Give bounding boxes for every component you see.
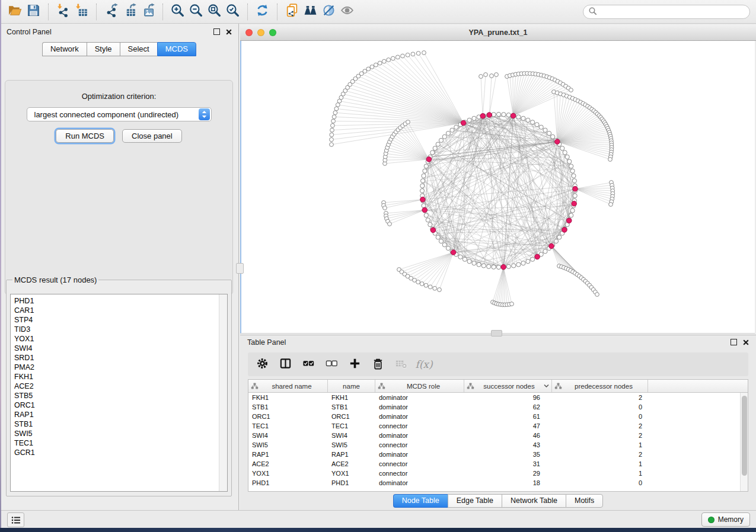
network-node[interactable] bbox=[446, 131, 450, 135]
network-node[interactable] bbox=[543, 128, 547, 132]
zoom-out-button[interactable] bbox=[187, 2, 205, 21]
mcds-node[interactable] bbox=[572, 201, 577, 206]
network-node[interactable] bbox=[334, 107, 339, 111]
network-node[interactable] bbox=[569, 88, 573, 92]
network-node[interactable] bbox=[572, 179, 576, 183]
mcds-node[interactable] bbox=[487, 113, 492, 118]
mcds-node[interactable] bbox=[451, 250, 456, 255]
table-row[interactable]: TEC1TEC1connector472 bbox=[248, 421, 748, 431]
network-node[interactable] bbox=[388, 222, 392, 226]
network-node[interactable] bbox=[454, 125, 458, 129]
network-canvas[interactable] bbox=[240, 41, 755, 334]
network-node[interactable] bbox=[383, 206, 387, 210]
network-node[interactable] bbox=[570, 209, 575, 213]
network-node[interactable] bbox=[436, 142, 440, 146]
network-node[interactable] bbox=[430, 150, 435, 155]
network-node[interactable] bbox=[560, 146, 564, 150]
network-node[interactable] bbox=[424, 283, 428, 287]
network-node[interactable] bbox=[521, 261, 525, 265]
zoom-selected-button[interactable] bbox=[224, 2, 242, 21]
network-node[interactable] bbox=[510, 302, 514, 306]
network-node[interactable] bbox=[433, 286, 437, 290]
network-node[interactable] bbox=[395, 55, 400, 59]
zoom-fit-button[interactable] bbox=[205, 2, 224, 21]
mcds-node[interactable] bbox=[549, 243, 554, 249]
network-node[interactable] bbox=[496, 265, 500, 269]
table-row[interactable]: SWI4SWI4dominator462 bbox=[248, 431, 748, 440]
network-node[interactable] bbox=[496, 112, 500, 116]
network-node[interactable] bbox=[366, 67, 371, 71]
network-node[interactable] bbox=[531, 120, 535, 124]
mcds-node[interactable] bbox=[426, 157, 432, 162]
network-node[interactable] bbox=[378, 61, 382, 65]
uncheck-all-button[interactable] bbox=[325, 358, 338, 371]
network-node[interactable] bbox=[428, 285, 432, 289]
network-node[interactable] bbox=[569, 213, 573, 217]
mcds-node-item[interactable]: STB1 bbox=[14, 419, 227, 429]
run-mcds-button[interactable]: Run MCDS bbox=[56, 129, 114, 143]
mcds-list-scrollbar[interactable] bbox=[219, 294, 227, 491]
network-node[interactable] bbox=[422, 51, 426, 55]
network-node[interactable] bbox=[458, 255, 462, 259]
open-file-button[interactable] bbox=[6, 2, 24, 21]
network-node[interactable] bbox=[572, 174, 576, 178]
mcds-node-item[interactable]: TEC1 bbox=[14, 438, 227, 448]
float-table-panel-icon[interactable] bbox=[731, 339, 737, 345]
network-node[interactable] bbox=[421, 179, 425, 183]
network-node[interactable] bbox=[467, 118, 471, 122]
network-node[interactable] bbox=[422, 204, 426, 208]
network-node[interactable] bbox=[526, 118, 530, 122]
tab-select[interactable]: Select bbox=[120, 42, 157, 56]
mcds-node-item[interactable]: RAP1 bbox=[14, 410, 227, 419]
mcds-node-item[interactable]: GCR1 bbox=[14, 448, 227, 457]
tab-network[interactable]: Network bbox=[42, 42, 87, 56]
mcds-result-list[interactable]: PHD1CAR1STP4TID3YOX1SWI4SRD1PMA2FKH1ACE2… bbox=[10, 294, 228, 492]
network-node[interactable] bbox=[490, 74, 494, 78]
network-node[interactable] bbox=[487, 264, 491, 268]
network-node[interactable] bbox=[406, 53, 410, 57]
table-row[interactable]: RAP1RAP1dominator352 bbox=[248, 450, 748, 459]
network-node[interactable] bbox=[484, 73, 488, 77]
network-node[interactable] bbox=[531, 257, 535, 261]
network-node[interactable] bbox=[330, 133, 334, 137]
network-node[interactable] bbox=[416, 280, 420, 284]
columns-button[interactable] bbox=[279, 358, 292, 371]
network-node[interactable] bbox=[492, 113, 496, 117]
network-node[interactable] bbox=[436, 235, 440, 239]
network-node[interactable] bbox=[462, 257, 467, 261]
network-node[interactable] bbox=[492, 265, 496, 269]
network-node[interactable] bbox=[420, 282, 424, 286]
network-node[interactable] bbox=[573, 194, 577, 198]
table-scrollbar[interactable] bbox=[740, 393, 748, 491]
column-header-successor-nodes[interactable]: successor nodes bbox=[464, 380, 552, 392]
mcds-node-item[interactable]: SWI4 bbox=[14, 344, 227, 353]
mcds-node[interactable] bbox=[422, 207, 428, 213]
network-node[interactable] bbox=[516, 262, 521, 267]
network-node[interactable] bbox=[516, 115, 521, 119]
network-node[interactable] bbox=[401, 54, 405, 58]
tab-style[interactable]: Style bbox=[87, 42, 120, 56]
network-node[interactable] bbox=[557, 235, 562, 239]
network-node[interactable] bbox=[472, 261, 476, 265]
network-node[interactable] bbox=[472, 116, 476, 120]
first-neighbors-button[interactable] bbox=[301, 2, 320, 21]
network-node[interactable] bbox=[446, 246, 450, 250]
mcds-node-item[interactable]: ACE2 bbox=[14, 382, 227, 391]
mcds-node[interactable] bbox=[430, 227, 436, 233]
zoom-in-button[interactable] bbox=[168, 2, 187, 21]
network-node[interactable] bbox=[512, 264, 516, 268]
network-node[interactable] bbox=[387, 58, 391, 62]
mcds-node[interactable] bbox=[511, 113, 516, 118]
network-node[interactable] bbox=[391, 56, 395, 60]
network-node[interactable] bbox=[331, 124, 335, 128]
network-node[interactable] bbox=[382, 59, 386, 63]
mcds-node[interactable] bbox=[562, 227, 567, 233]
close-panel-icon[interactable] bbox=[226, 29, 232, 35]
network-node[interactable] bbox=[423, 169, 427, 173]
table-row[interactable]: ACE2ACE2connector311 bbox=[248, 459, 748, 469]
network-node[interactable] bbox=[551, 134, 555, 139]
mcds-node-item[interactable]: CAR1 bbox=[14, 306, 227, 315]
tab-motifs[interactable]: Motifs bbox=[566, 494, 603, 508]
network-node[interactable] bbox=[438, 288, 442, 292]
network-node[interactable] bbox=[416, 52, 420, 56]
